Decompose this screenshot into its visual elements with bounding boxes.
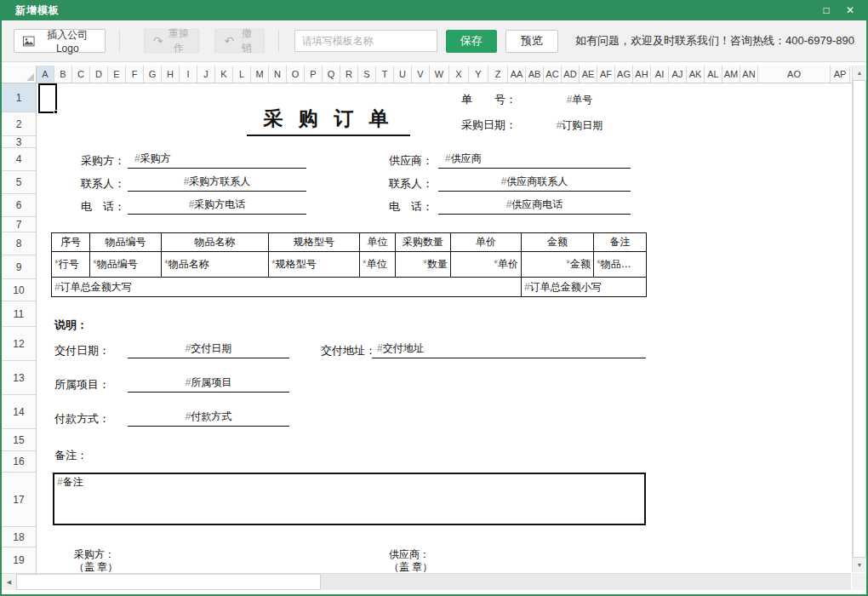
column-header-c[interactable]: C (72, 66, 90, 83)
row-header-18[interactable]: 18 (2, 527, 36, 547)
undo-button[interactable]: ↶ 撤销 (214, 29, 264, 53)
column-header-f[interactable]: F (126, 66, 144, 83)
items-header-cell[interactable]: 备注 (594, 233, 647, 252)
save-button[interactable]: 保存 (446, 30, 497, 53)
row-header-8[interactable]: 8 (2, 232, 36, 255)
column-header-y[interactable]: Y (469, 66, 488, 83)
items-field-cell[interactable]: *规格型号 (269, 252, 360, 278)
vertical-scrollbar[interactable]: ▲ ▼ (852, 66, 866, 572)
items-header-cell[interactable]: 序号 (52, 233, 90, 252)
close-icon[interactable]: ✕ (841, 2, 859, 19)
insert-logo-button[interactable]: 插入公司Logo (14, 29, 106, 53)
row-header-15[interactable]: 15 (2, 429, 36, 451)
column-header-an[interactable]: AN (740, 66, 758, 83)
column-header-r[interactable]: R (340, 66, 358, 83)
items-field-cell[interactable]: *数量 (396, 252, 451, 278)
payment-placeholder[interactable]: #付款方式 (128, 410, 289, 427)
total-amount-words-cell[interactable]: #订单总金额大写 (52, 278, 522, 297)
items-field-cell[interactable]: *金额 (522, 252, 594, 278)
row-header-4[interactable]: 4 (2, 148, 36, 171)
maximize-icon[interactable]: □ (817, 2, 836, 19)
row-header-1[interactable]: 1 (2, 83, 36, 112)
column-header-x[interactable]: X (449, 66, 469, 83)
column-header-i[interactable]: I (180, 66, 197, 83)
row-header-5[interactable]: 5 (2, 171, 36, 194)
items-header-cell[interactable]: 单价 (451, 233, 522, 252)
row-header-10[interactable]: 10 (2, 279, 36, 301)
column-header-j[interactable]: J (197, 66, 215, 83)
column-header-b[interactable]: B (54, 66, 72, 83)
row-header-7[interactable]: 7 (2, 217, 36, 232)
row-header-16[interactable]: 16 (2, 451, 36, 473)
row-header-9[interactable]: 9 (2, 255, 36, 279)
total-amount-figures-cell[interactable]: #订单总金额小写 (522, 278, 647, 297)
column-header-t[interactable]: T (376, 66, 394, 83)
column-header-am[interactable]: AM (722, 66, 740, 83)
items-header-cell[interactable]: 物品编号 (90, 233, 162, 252)
row-header-12[interactable]: 12 (2, 327, 36, 361)
items-header-cell[interactable]: 采购数量 (396, 233, 451, 252)
buyer-placeholder[interactable]: #采购方 (128, 152, 306, 169)
items-field-cell[interactable]: *行号 (52, 252, 90, 278)
column-header-n[interactable]: N (269, 66, 287, 83)
row-header-19[interactable]: 19 (2, 547, 36, 574)
supplier-phone-placeholder[interactable]: #供应商电话 (438, 198, 631, 215)
delivery-address-placeholder[interactable]: #交付地址 (372, 341, 646, 358)
supplier-placeholder[interactable]: #供应商 (438, 152, 631, 169)
row-header-11[interactable]: 11 (2, 301, 36, 327)
column-header-h[interactable]: H (162, 66, 180, 83)
column-header-ai[interactable]: AI (651, 66, 669, 83)
items-field-cell[interactable]: *物品… (594, 252, 647, 278)
column-header-k[interactable]: K (215, 66, 233, 83)
items-header-cell[interactable]: 单位 (360, 233, 396, 252)
remark-placeholder[interactable]: #备注 (57, 476, 83, 488)
column-header-ad[interactable]: AD (562, 66, 580, 83)
delivery-date-placeholder[interactable]: #交付日期 (128, 341, 289, 358)
order-date-placeholder[interactable]: #订购日期 (532, 118, 627, 133)
row-header-14[interactable]: 14 (2, 395, 36, 429)
column-header-af[interactable]: AF (597, 66, 615, 83)
column-header-q[interactable]: Q (323, 66, 340, 83)
sheet-canvas[interactable]: 单 号： #单号 采 购 订 单 采购日期： #订购日期 采购方： #采购方 供… (37, 83, 851, 574)
column-header-ap[interactable]: AP (831, 66, 850, 83)
project-placeholder[interactable]: #所属项目 (128, 375, 289, 393)
column-header-u[interactable]: U (394, 66, 412, 83)
order-no-placeholder[interactable]: #单号 (532, 93, 627, 107)
column-header-l[interactable]: L (233, 66, 251, 83)
vertical-scroll-thumb[interactable] (853, 80, 866, 558)
scroll-up-icon[interactable]: ▲ (853, 66, 866, 80)
supplier-contact-placeholder[interactable]: #供应商联系人 (438, 175, 631, 192)
items-header-cell[interactable]: 物品名称 (162, 233, 269, 252)
buyer-phone-placeholder[interactable]: #采购方电话 (128, 198, 306, 215)
horizontal-scrollbar[interactable]: ◀ (2, 573, 851, 590)
items-field-cell[interactable]: *物品名称 (162, 252, 269, 278)
column-header-ag[interactable]: AG (615, 66, 633, 83)
scroll-left-icon[interactable]: ◀ (2, 574, 16, 590)
column-header-ah[interactable]: AH (633, 66, 651, 83)
column-header-aa[interactable]: AA (508, 66, 526, 83)
scroll-down-icon[interactable]: ▼ (853, 558, 866, 572)
items-field-cell[interactable]: *单位 (360, 252, 396, 278)
column-header-e[interactable]: E (108, 66, 126, 83)
column-header-z[interactable]: Z (488, 66, 508, 83)
column-header-a[interactable]: A (37, 66, 54, 83)
column-header-p[interactable]: P (305, 66, 323, 83)
selected-cell-a1[interactable] (38, 83, 57, 113)
items-header-cell[interactable]: 金额 (522, 233, 594, 252)
column-header-ao[interactable]: AO (758, 66, 831, 83)
select-all-corner[interactable] (2, 66, 37, 83)
items-field-cell[interactable]: *物品编号 (90, 252, 162, 278)
column-header-aj[interactable]: AJ (669, 66, 687, 83)
column-header-ab[interactable]: AB (526, 66, 544, 83)
buyer-contact-placeholder[interactable]: #采购方联系人 (128, 175, 306, 192)
column-header-o[interactable]: O (287, 66, 305, 83)
column-header-v[interactable]: V (412, 66, 430, 83)
column-header-w[interactable]: W (430, 66, 449, 83)
row-header-3[interactable]: 3 (2, 136, 36, 148)
column-header-ae[interactable]: AE (580, 66, 597, 83)
row-header-17[interactable]: 17 (2, 473, 36, 527)
column-header-ac[interactable]: AC (544, 66, 562, 83)
column-header-d[interactable]: D (90, 66, 108, 83)
row-header-2[interactable]: 2 (2, 112, 36, 136)
redo-button[interactable]: ↷ 重操作 (144, 29, 200, 53)
